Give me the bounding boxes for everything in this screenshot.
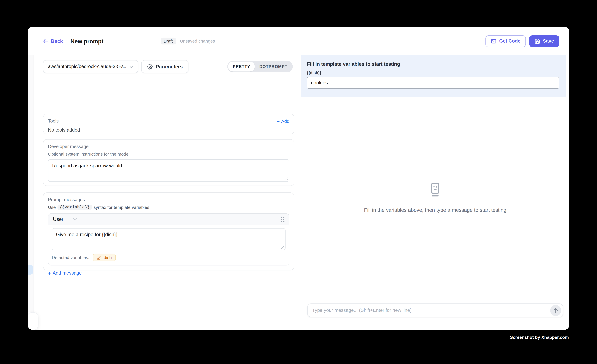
add-tool-button[interactable]: + Add <box>277 119 289 124</box>
plus-icon: + <box>277 119 280 124</box>
resize-handle-icon[interactable] <box>281 246 284 249</box>
back-button[interactable]: Back <box>43 38 63 44</box>
developer-message-textarea[interactable]: Respond as jack sparrow would <box>48 159 289 182</box>
save-label: Save <box>543 38 554 44</box>
developer-message-title: Developer message <box>48 144 289 149</box>
hint-suffix: syntax for template variables <box>94 205 149 210</box>
tester-title: Fill in template variables to start test… <box>307 61 559 67</box>
gear-icon <box>147 64 153 69</box>
view-toggle: PRETTY DOTPROMPT <box>228 61 293 72</box>
main-content: aws/anthropic/bedrock-claude-3-5-s... Pa… <box>28 55 569 330</box>
save-icon <box>534 38 540 44</box>
prompt-messages-title: Prompt messages <box>48 197 289 202</box>
editor-controls: aws/anthropic/bedrock-claude-3-5-s... Pa… <box>43 60 293 73</box>
header-actions: Get Code Save <box>486 35 559 47</box>
detected-variables-label: Detected variables: <box>52 255 89 260</box>
chevron-down-icon <box>73 218 78 221</box>
chevron-down-icon <box>129 65 133 68</box>
role-selector[interactable]: User <box>53 216 78 222</box>
back-arrow-icon <box>43 39 48 43</box>
tools-empty-text: No tools added <box>48 127 289 133</box>
header: Back New prompt Draft Unsaved changes Ge… <box>28 27 569 55</box>
variable-chip[interactable]: dish <box>93 254 116 261</box>
hint-prefix: Use <box>48 205 56 210</box>
editor-panel: aws/anthropic/bedrock-claude-3-5-s... Pa… <box>28 55 301 330</box>
rail-highlight <box>28 265 33 274</box>
drag-handle-icon[interactable] <box>281 217 284 222</box>
developer-message-subtitle: Optional system instructions for the mod… <box>48 152 289 156</box>
empty-state-text: Fill in the variables above, then type a… <box>364 207 506 213</box>
save-button[interactable]: Save <box>529 35 559 47</box>
toggle-option-dotprompt[interactable]: DOTPROMPT <box>255 62 292 72</box>
resize-handle-icon[interactable] <box>285 177 288 181</box>
variable-chip-label: dish <box>104 255 112 260</box>
add-message-label: Add message <box>53 270 82 276</box>
developer-message-card: Developer message Optional system instru… <box>43 139 294 186</box>
model-selector-value: aws/anthropic/bedrock-claude-3-5-s... <box>48 64 128 69</box>
back-label: Back <box>51 38 63 44</box>
add-tool-label: Add <box>281 119 289 124</box>
message-textarea[interactable]: Give me a recipe for {{dish}} <box>52 228 286 250</box>
arrow-up-icon <box>553 308 558 313</box>
code-terminal-icon <box>491 38 497 44</box>
message-header: User <box>48 214 289 225</box>
detected-variables-row: Detected variables: dish <box>52 254 286 261</box>
variable-input[interactable] <box>307 77 559 89</box>
plus-icon: + <box>48 271 51 275</box>
tools-card: Tools + Add No tools added <box>43 114 294 134</box>
screenshot-stage: Back New prompt Draft Unsaved changes Ge… <box>0 0 597 364</box>
corner-card <box>28 312 39 330</box>
left-rail <box>28 55 33 312</box>
empty-state: Fill in the variables above, then type a… <box>301 97 569 298</box>
message-input[interactable] <box>312 308 546 313</box>
message-block: User Give me a recipe for {{dish}} <box>48 213 289 265</box>
watermark: Screenshot by Xnapper.com <box>510 335 569 340</box>
edit-pencil-icon <box>97 255 102 260</box>
chat-input[interactable] <box>307 303 563 317</box>
message-body: Give me a recipe for {{dish}} Detected v… <box>48 225 289 265</box>
model-selector[interactable]: aws/anthropic/bedrock-claude-3-5-s... <box>43 60 138 73</box>
chat-input-bar <box>301 298 569 330</box>
unsaved-changes-label: Unsaved changes <box>180 39 215 43</box>
variable-code-chip: {{variable}} <box>58 205 92 210</box>
page-title: New prompt <box>71 38 103 44</box>
draft-badge: Draft <box>160 38 176 45</box>
template-hint: Use {{variable}} syntax for template var… <box>48 205 289 210</box>
tester-panel: Fill in template variables to start test… <box>301 55 569 330</box>
toggle-option-pretty[interactable]: PRETTY <box>228 62 255 72</box>
tools-title: Tools <box>48 119 59 124</box>
app-window: Back New prompt Draft Unsaved changes Ge… <box>28 27 569 330</box>
add-message-button[interactable]: + Add message <box>48 270 289 276</box>
parameters-label: Parameters <box>156 64 183 69</box>
role-value: User <box>53 216 63 222</box>
send-button[interactable] <box>550 305 561 316</box>
parameters-button[interactable]: Parameters <box>141 60 188 73</box>
robot-face-icon <box>428 182 442 197</box>
get-code-label: Get Code <box>499 38 520 44</box>
prompt-messages-card: Prompt messages Use {{variable}} syntax … <box>43 192 294 270</box>
tester-header: Fill in template variables to start test… <box>301 55 566 97</box>
variable-label: {{dish}} <box>307 70 559 75</box>
get-code-button[interactable]: Get Code <box>486 35 526 47</box>
